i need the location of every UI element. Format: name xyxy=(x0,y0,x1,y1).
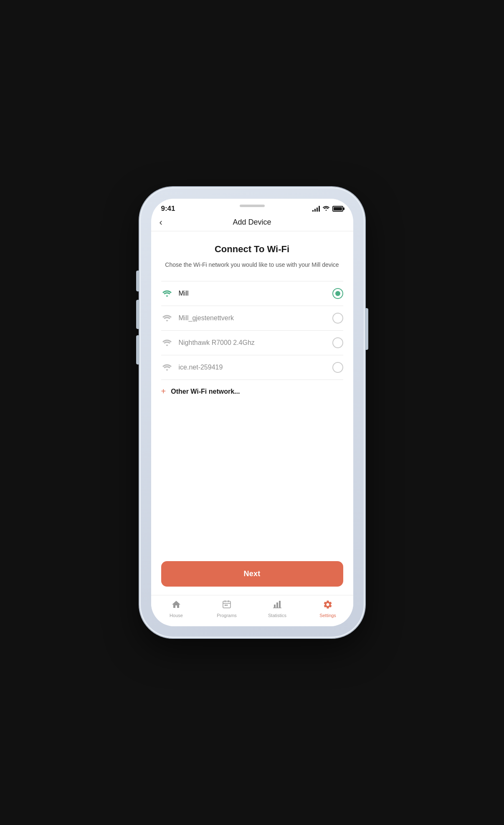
network-item-mill-gjest[interactable]: Mill_gjestenettverk xyxy=(161,306,343,331)
radio-ice[interactable] xyxy=(332,362,343,373)
status-icons xyxy=(312,205,343,213)
bottom-nav: House P xyxy=(151,595,353,626)
network-name-mill: Mill xyxy=(179,290,332,297)
next-button[interactable]: Next xyxy=(161,561,343,587)
gear-icon xyxy=(323,600,333,611)
mute-button xyxy=(136,271,139,291)
notch-pill xyxy=(240,205,265,207)
wifi-dim-icon-1 xyxy=(161,314,173,322)
network-name-nighthawk: Nighthawk R7000 2.4Ghz xyxy=(179,339,332,347)
phone-wrapper: 9:41 xyxy=(139,187,365,638)
network-item-mill[interactable]: Mill xyxy=(161,281,343,306)
wifi-section: Connect To Wi-Fi Chose the Wi-Fi network… xyxy=(151,231,353,554)
svg-rect-6 xyxy=(274,605,276,608)
back-button[interactable]: ‹ xyxy=(160,217,162,228)
wifi-dim-icon-2 xyxy=(161,339,173,347)
network-name-gjest: Mill_gjestenettverk xyxy=(179,314,332,322)
calendar-icon xyxy=(222,600,232,611)
section-title: Connect To Wi-Fi xyxy=(161,244,343,255)
svg-rect-7 xyxy=(276,602,278,608)
radio-mill[interactable] xyxy=(332,288,343,299)
network-list: Mill Mill_ xyxy=(161,281,343,403)
tab-house-label: House xyxy=(170,613,183,618)
signal-bar-2 xyxy=(314,209,316,212)
section-subtitle: Chose the Wi-Fi network you would like t… xyxy=(161,261,343,269)
svg-rect-4 xyxy=(225,605,226,606)
volume-down-button xyxy=(136,335,139,364)
next-btn-container: Next xyxy=(151,554,353,595)
signal-bar-4 xyxy=(319,206,320,212)
tab-settings-label: Settings xyxy=(319,613,336,618)
tab-statistics[interactable]: Statistics xyxy=(252,600,303,618)
wifi-full-icon xyxy=(161,290,173,297)
battery-fill xyxy=(334,207,342,210)
radio-gjest[interactable] xyxy=(332,313,343,324)
svg-rect-8 xyxy=(279,601,281,608)
other-network-label: Other Wi-Fi network... xyxy=(171,388,240,395)
screen-content: Connect To Wi-Fi Chose the Wi-Fi network… xyxy=(151,231,353,626)
notch xyxy=(227,199,277,210)
tab-statistics-label: Statistics xyxy=(268,613,286,618)
tab-house[interactable]: House xyxy=(151,600,202,618)
tab-programs[interactable]: Programs xyxy=(202,600,252,618)
signal-bar-1 xyxy=(312,210,314,212)
signal-bar-3 xyxy=(317,208,318,212)
signal-icon xyxy=(312,206,320,212)
network-name-ice: ice.net-259419 xyxy=(179,364,332,371)
page-title: Add Device xyxy=(233,218,271,227)
network-item-ice[interactable]: ice.net-259419 xyxy=(161,355,343,380)
power-button xyxy=(365,308,368,350)
status-time: 9:41 xyxy=(161,205,175,213)
radio-nighthawk[interactable] xyxy=(332,337,343,348)
house-icon xyxy=(171,600,181,611)
phone-frame: 9:41 xyxy=(139,187,365,638)
phone-screen: 9:41 xyxy=(151,199,353,626)
nav-header: ‹ Add Device xyxy=(151,213,353,231)
wifi-dim-icon-3 xyxy=(161,364,173,371)
volume-up-button xyxy=(136,300,139,329)
wifi-status-icon xyxy=(322,205,330,213)
other-network-item[interactable]: + Other Wi-Fi network... xyxy=(161,380,343,403)
chart-icon xyxy=(272,600,282,611)
svg-rect-5 xyxy=(226,605,228,606)
plus-icon: + xyxy=(161,387,166,396)
status-bar: 9:41 xyxy=(151,199,353,213)
network-item-nighthawk[interactable]: Nighthawk R7000 2.4Ghz xyxy=(161,331,343,355)
tab-settings[interactable]: Settings xyxy=(303,600,353,618)
tab-programs-label: Programs xyxy=(217,613,237,618)
battery-icon xyxy=(332,206,343,212)
